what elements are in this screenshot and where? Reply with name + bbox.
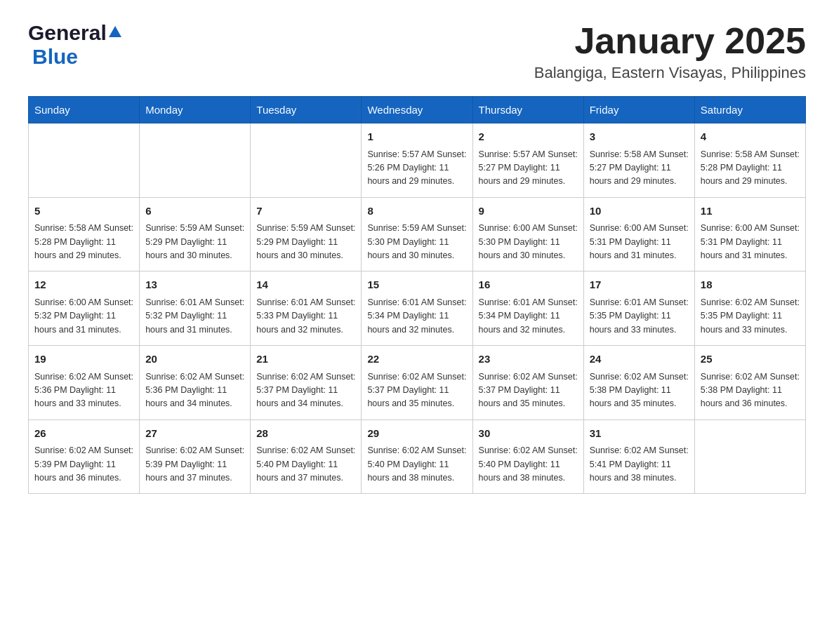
day-number: 17	[590, 277, 689, 293]
calendar-day-header: Friday	[583, 97, 694, 123]
calendar-cell: 4Sunrise: 5:58 AM Sunset: 5:28 PM Daylig…	[694, 123, 805, 198]
day-number: 6	[145, 203, 244, 220]
calendar-cell: 8Sunrise: 5:59 AM Sunset: 5:30 PM Daylig…	[362, 197, 472, 271]
calendar-cell: 3Sunrise: 5:58 AM Sunset: 5:27 PM Daylig…	[583, 123, 694, 198]
calendar-cell: 20Sunrise: 6:02 AM Sunset: 5:36 PM Dayli…	[140, 346, 251, 420]
calendar-day-header: Tuesday	[251, 97, 362, 123]
calendar-day-header: Saturday	[694, 97, 805, 123]
day-number: 21	[256, 351, 355, 368]
day-number: 29	[367, 426, 466, 442]
day-number: 14	[256, 277, 355, 293]
calendar-week-row: 1Sunrise: 5:57 AM Sunset: 5:26 PM Daylig…	[29, 123, 806, 198]
day-info: Sunrise: 6:02 AM Sunset: 5:40 PM Dayligh…	[367, 444, 466, 485]
day-number: 18	[701, 277, 800, 293]
day-number: 22	[367, 351, 466, 368]
calendar-week-row: 12Sunrise: 6:00 AM Sunset: 5:32 PM Dayli…	[29, 271, 806, 346]
calendar-cell: 12Sunrise: 6:00 AM Sunset: 5:32 PM Dayli…	[29, 271, 140, 346]
calendar-cell: 19Sunrise: 6:02 AM Sunset: 5:36 PM Dayli…	[29, 346, 140, 420]
day-info: Sunrise: 6:02 AM Sunset: 5:39 PM Dayligh…	[34, 444, 133, 485]
calendar-week-row: 5Sunrise: 5:58 AM Sunset: 5:28 PM Daylig…	[29, 197, 806, 271]
calendar-day-header: Thursday	[472, 97, 583, 123]
day-number: 11	[701, 203, 800, 220]
calendar-cell: 9Sunrise: 6:00 AM Sunset: 5:30 PM Daylig…	[472, 197, 583, 271]
day-number: 25	[701, 351, 800, 368]
calendar-cell: 28Sunrise: 6:02 AM Sunset: 5:40 PM Dayli…	[251, 420, 362, 494]
day-number: 9	[479, 203, 578, 220]
calendar-cell: 11Sunrise: 6:00 AM Sunset: 5:31 PM Dayli…	[694, 197, 805, 271]
calendar-day-header: Wednesday	[362, 97, 472, 123]
day-info: Sunrise: 5:57 AM Sunset: 5:26 PM Dayligh…	[367, 148, 466, 189]
day-number: 4	[701, 129, 800, 145]
calendar-week-row: 19Sunrise: 6:02 AM Sunset: 5:36 PM Dayli…	[29, 346, 806, 420]
day-info: Sunrise: 5:58 AM Sunset: 5:27 PM Dayligh…	[590, 148, 689, 189]
day-info: Sunrise: 6:02 AM Sunset: 5:38 PM Dayligh…	[701, 370, 800, 411]
day-number: 13	[145, 277, 244, 293]
calendar-cell: 2Sunrise: 5:57 AM Sunset: 5:27 PM Daylig…	[472, 123, 583, 198]
day-info: Sunrise: 5:58 AM Sunset: 5:28 PM Dayligh…	[701, 148, 800, 189]
day-info: Sunrise: 6:02 AM Sunset: 5:35 PM Dayligh…	[701, 296, 800, 337]
day-info: Sunrise: 6:01 AM Sunset: 5:32 PM Dayligh…	[145, 296, 244, 337]
calendar-cell: 15Sunrise: 6:01 AM Sunset: 5:34 PM Dayli…	[362, 271, 472, 346]
day-number: 24	[590, 351, 689, 368]
logo-general-text: General	[28, 21, 107, 45]
day-number: 27	[145, 426, 244, 442]
calendar-cell: 14Sunrise: 6:01 AM Sunset: 5:33 PM Dayli…	[251, 271, 362, 346]
calendar-cell: 16Sunrise: 6:01 AM Sunset: 5:34 PM Dayli…	[472, 271, 583, 346]
day-number: 12	[34, 277, 133, 293]
day-number: 7	[256, 203, 355, 220]
day-info: Sunrise: 5:59 AM Sunset: 5:30 PM Dayligh…	[367, 222, 466, 262]
day-info: Sunrise: 6:02 AM Sunset: 5:38 PM Dayligh…	[590, 370, 689, 411]
day-number: 26	[34, 426, 133, 442]
month-title: January 2025	[534, 21, 806, 61]
title-block: January 2025 Balangiga, Eastern Visayas,…	[534, 21, 806, 82]
day-number: 15	[367, 277, 466, 293]
calendar-cell	[140, 123, 251, 198]
calendar-cell: 7Sunrise: 5:59 AM Sunset: 5:29 PM Daylig…	[251, 197, 362, 271]
day-number: 5	[34, 203, 133, 220]
day-number: 30	[479, 426, 578, 442]
day-info: Sunrise: 5:59 AM Sunset: 5:29 PM Dayligh…	[256, 222, 355, 262]
calendar-cell: 27Sunrise: 6:02 AM Sunset: 5:39 PM Dayli…	[140, 420, 251, 494]
day-info: Sunrise: 6:02 AM Sunset: 5:37 PM Dayligh…	[256, 370, 355, 411]
day-number: 31	[590, 426, 689, 442]
calendar-cell: 29Sunrise: 6:02 AM Sunset: 5:40 PM Dayli…	[362, 420, 472, 494]
day-info: Sunrise: 5:58 AM Sunset: 5:28 PM Dayligh…	[34, 222, 133, 262]
calendar-cell: 13Sunrise: 6:01 AM Sunset: 5:32 PM Dayli…	[140, 271, 251, 346]
day-number: 19	[34, 351, 133, 368]
day-info: Sunrise: 6:02 AM Sunset: 5:39 PM Dayligh…	[145, 444, 244, 485]
calendar-cell: 17Sunrise: 6:01 AM Sunset: 5:35 PM Dayli…	[583, 271, 694, 346]
day-number: 8	[367, 203, 466, 220]
calendar-cell: 10Sunrise: 6:00 AM Sunset: 5:31 PM Dayli…	[583, 197, 694, 271]
calendar-week-row: 26Sunrise: 6:02 AM Sunset: 5:39 PM Dayli…	[29, 420, 806, 494]
calendar-cell: 6Sunrise: 5:59 AM Sunset: 5:29 PM Daylig…	[140, 197, 251, 271]
calendar-cell: 23Sunrise: 6:02 AM Sunset: 5:37 PM Dayli…	[472, 346, 583, 420]
day-info: Sunrise: 6:02 AM Sunset: 5:40 PM Dayligh…	[479, 444, 578, 485]
calendar-cell: 1Sunrise: 5:57 AM Sunset: 5:26 PM Daylig…	[362, 123, 472, 198]
day-info: Sunrise: 6:00 AM Sunset: 5:30 PM Dayligh…	[479, 222, 578, 262]
day-info: Sunrise: 6:02 AM Sunset: 5:40 PM Dayligh…	[256, 444, 355, 485]
day-info: Sunrise: 6:02 AM Sunset: 5:36 PM Dayligh…	[34, 370, 133, 411]
day-info: Sunrise: 6:00 AM Sunset: 5:31 PM Dayligh…	[590, 222, 689, 262]
day-number: 1	[367, 129, 466, 145]
day-info: Sunrise: 6:02 AM Sunset: 5:37 PM Dayligh…	[479, 370, 578, 411]
day-info: Sunrise: 5:57 AM Sunset: 5:27 PM Dayligh…	[479, 148, 578, 189]
day-info: Sunrise: 5:59 AM Sunset: 5:29 PM Dayligh…	[145, 222, 244, 262]
calendar-header-row: SundayMondayTuesdayWednesdayThursdayFrid…	[29, 97, 806, 123]
calendar-cell: 24Sunrise: 6:02 AM Sunset: 5:38 PM Dayli…	[583, 346, 694, 420]
day-info: Sunrise: 6:01 AM Sunset: 5:35 PM Dayligh…	[590, 296, 689, 337]
day-info: Sunrise: 6:00 AM Sunset: 5:32 PM Dayligh…	[34, 296, 133, 337]
calendar-cell: 26Sunrise: 6:02 AM Sunset: 5:39 PM Dayli…	[29, 420, 140, 494]
day-number: 3	[590, 129, 689, 145]
calendar-cell: 5Sunrise: 5:58 AM Sunset: 5:28 PM Daylig…	[29, 197, 140, 271]
calendar-cell: 31Sunrise: 6:02 AM Sunset: 5:41 PM Dayli…	[583, 420, 694, 494]
calendar-cell	[29, 123, 140, 198]
day-info: Sunrise: 6:01 AM Sunset: 5:34 PM Dayligh…	[479, 296, 578, 337]
location-title: Balangiga, Eastern Visayas, Philippines	[534, 64, 806, 82]
calendar-day-header: Monday	[140, 97, 251, 123]
calendar-cell	[694, 420, 805, 494]
calendar-cell: 18Sunrise: 6:02 AM Sunset: 5:35 PM Dayli…	[694, 271, 805, 346]
day-info: Sunrise: 6:02 AM Sunset: 5:37 PM Dayligh…	[367, 370, 466, 411]
day-info: Sunrise: 6:01 AM Sunset: 5:33 PM Dayligh…	[256, 296, 355, 337]
logo-triangle	[109, 26, 121, 37]
calendar-cell: 30Sunrise: 6:02 AM Sunset: 5:40 PM Dayli…	[472, 420, 583, 494]
